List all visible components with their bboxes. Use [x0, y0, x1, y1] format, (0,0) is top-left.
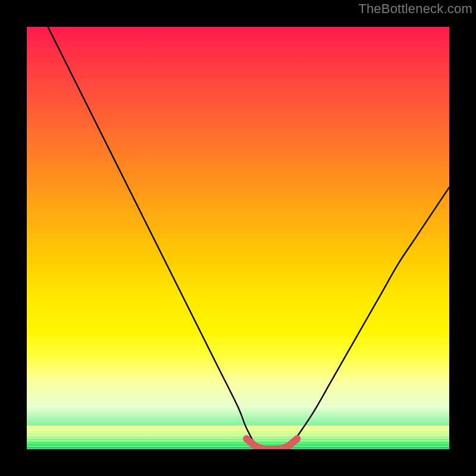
watermark-text: TheBottleneck.com — [358, 1, 472, 17]
chart-frame: TheBottleneck.com — [0, 0, 476, 476]
plot-area — [27, 27, 449, 449]
optimal-range-marker — [246, 439, 297, 449]
curve-layer — [27, 27, 449, 449]
bottleneck-curve — [48, 27, 450, 449]
